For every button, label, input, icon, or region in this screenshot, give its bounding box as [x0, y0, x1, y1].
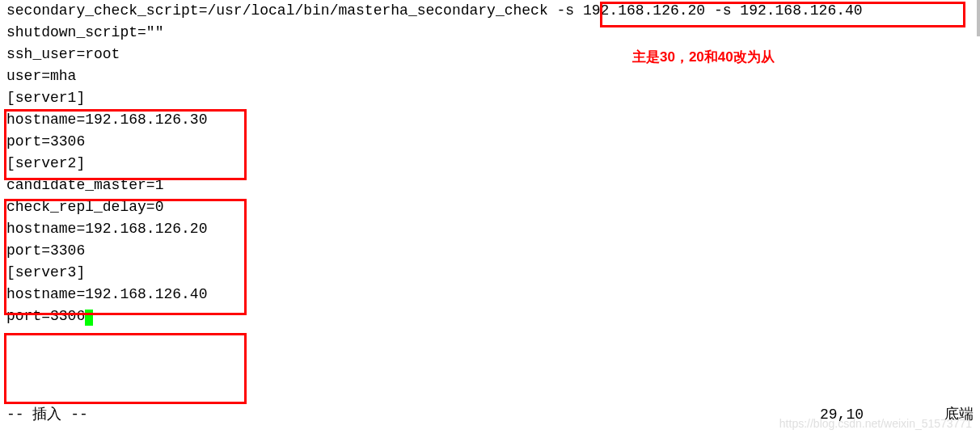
highlight-box-args — [600, 2, 965, 27]
annotation-text: 主是30，20和40改为从 — [632, 47, 775, 68]
config-line: ssh_user=root — [6, 44, 974, 65]
watermark-text: https://blog.csdn.net/weixin_51573771 — [779, 415, 972, 432]
config-line: user=mha — [6, 65, 974, 87]
highlight-box-server2 — [4, 199, 247, 315]
highlight-box-server1 — [4, 109, 247, 180]
vim-mode: -- 插入 -- — [6, 404, 88, 426]
server1-header: [server1] — [6, 87, 974, 109]
scrollbar-thumb[interactable] — [977, 0, 980, 36]
highlight-box-server3 — [4, 333, 247, 404]
